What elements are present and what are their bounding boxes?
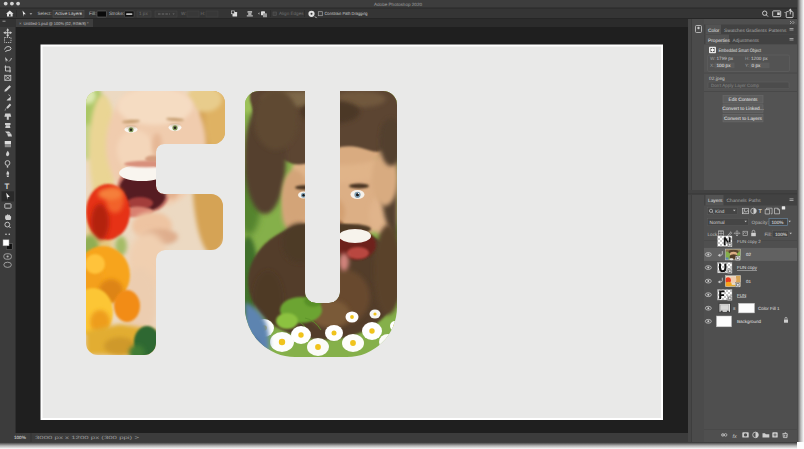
svg-text:02: 02	[746, 252, 752, 257]
svg-text:Color Fill 1: Color Fill 1	[758, 306, 780, 311]
svg-text:Color: Color	[708, 28, 720, 34]
svg-text:Y:: Y:	[745, 63, 749, 68]
svg-text:Convert to Layers: Convert to Layers	[724, 116, 762, 122]
svg-text:H:: H:	[745, 56, 750, 61]
svg-text:Normal: Normal	[710, 220, 725, 225]
svg-text:1799 px: 1799 px	[717, 56, 734, 61]
svg-text:1200 px: 1200 px	[751, 56, 768, 61]
svg-text:Don't Apply Layer Comp: Don't Apply Layer Comp	[711, 83, 759, 88]
svg-text:FUN copy: FUN copy	[737, 265, 758, 270]
svg-text:Convert to Linked...: Convert to Linked...	[722, 106, 764, 112]
svg-text:0 px: 0 px	[752, 63, 762, 68]
svg-text:FUN: FUN	[737, 293, 746, 298]
svg-text:Stroke:: Stroke:	[109, 11, 124, 17]
svg-text:Channels: Channels	[727, 198, 748, 204]
svg-text:T: T	[5, 182, 10, 191]
svg-text:Active Layers: Active Layers	[55, 11, 83, 16]
svg-text:Edit Contents: Edit Contents	[729, 97, 758, 103]
svg-text:Fill:: Fill:	[89, 11, 96, 17]
svg-text:1 px: 1 px	[139, 11, 148, 16]
svg-text:X:: X:	[710, 63, 714, 68]
svg-text:Background: Background	[737, 319, 762, 324]
svg-text:Lock:: Lock:	[708, 232, 719, 237]
svg-text:Paths: Paths	[749, 198, 762, 204]
svg-text:Swatches: Swatches	[724, 28, 745, 34]
svg-text:100%: 100%	[775, 232, 787, 237]
svg-text:W:: W:	[181, 11, 187, 16]
svg-text:Select:: Select:	[38, 11, 52, 16]
svg-text:Untitled-1.psd @ 100% (02, RGB: Untitled-1.psd @ 100% (02, RGB/8) *	[24, 21, 89, 26]
svg-text:Opacity:: Opacity:	[752, 220, 769, 225]
svg-text:H:: H:	[201, 11, 206, 16]
svg-text:×: ×	[19, 21, 22, 26]
svg-text:fx: fx	[733, 434, 737, 440]
svg-text:FUN copy 2: FUN copy 2	[737, 239, 761, 244]
svg-text:Align Edges: Align Edges	[279, 11, 304, 16]
svg-text:Layers: Layers	[708, 198, 723, 204]
svg-text:Adjustments: Adjustments	[733, 38, 760, 44]
svg-text:Patterns: Patterns	[769, 28, 787, 34]
svg-text:01: 01	[746, 279, 752, 284]
svg-text:W:: W:	[710, 56, 716, 61]
svg-text:100%: 100%	[772, 220, 784, 225]
svg-text:Fill:: Fill:	[765, 232, 772, 237]
svg-text:100 px: 100 px	[717, 63, 732, 68]
svg-text:02.jpeg: 02.jpeg	[709, 76, 725, 82]
svg-text:Adobe Photoshop 2020: Adobe Photoshop 2020	[374, 2, 422, 7]
svg-text:Kind: Kind	[715, 209, 725, 214]
svg-text:3000 px x 1200 px (300 ppi) >: 3000 px x 1200 px (300 ppi) >	[35, 435, 140, 440]
svg-text:100%: 100%	[14, 435, 26, 440]
svg-text:Embedded Smart Object: Embedded Smart Object	[719, 48, 762, 54]
svg-text:Properties: Properties	[708, 38, 730, 44]
svg-text:Gradients: Gradients	[746, 28, 767, 34]
svg-text:Constrain Path Dragging: Constrain Path Dragging	[325, 11, 368, 16]
